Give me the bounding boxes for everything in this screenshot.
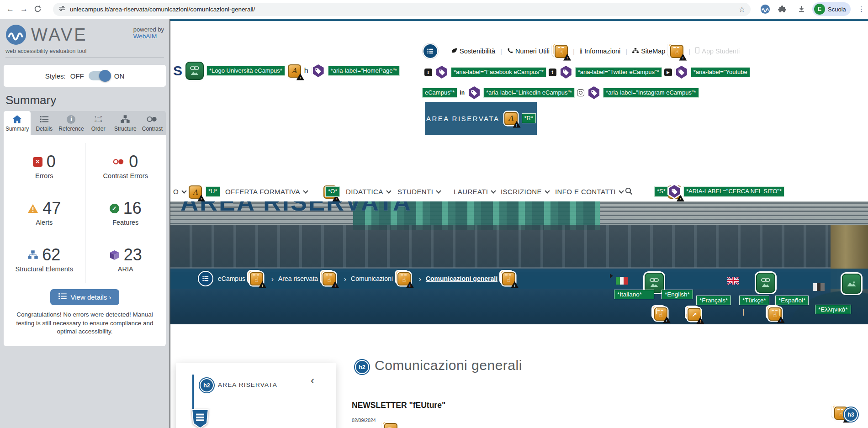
- tab-contrast[interactable]: Contrast: [139, 111, 166, 135]
- site-info-icon[interactable]: [58, 5, 65, 14]
- redundant-link-alert-icon[interactable]: ☝!: [670, 45, 683, 58]
- aria-label-tag-icon[interactable]: [435, 64, 449, 80]
- nav-item-info-contatti[interactable]: INFO E CONTATTI: [555, 188, 623, 196]
- sitemap-icon: [632, 47, 639, 55]
- current-language-marker: [610, 274, 613, 278]
- linked-image-icon[interactable]: [645, 273, 664, 293]
- bookmark-star-icon[interactable]: ☆: [739, 5, 745, 14]
- breadcrumb-link-comunicazioni[interactable]: Comunicazioni: [351, 275, 393, 282]
- alt-alert-icon[interactable]: A!: [288, 64, 301, 78]
- tab-order[interactable]: 1→2 3→4 Order: [85, 111, 112, 135]
- youtube-icon[interactable]: ▶: [664, 69, 672, 76]
- extensions-puzzle-icon[interactable]: [778, 5, 786, 16]
- accent-bar: [192, 375, 194, 411]
- h3-badge[interactable]: h3: [844, 407, 858, 422]
- utility-link-sitemap[interactable]: SiteMap: [632, 47, 665, 55]
- nav-item-studenti[interactable]: STUDENTI: [397, 188, 440, 196]
- redundant-link-alert-icon[interactable]: ☝!: [250, 272, 263, 285]
- redundant-link-alert-icon[interactable]: ☝!: [323, 272, 336, 285]
- summary-stats-card: ✕ 0 Errors 0 Contrast Errors: [4, 135, 166, 346]
- breadcrumb-link-ecampus[interactable]: eCampus: [218, 275, 245, 282]
- area-riservata-button[interactable]: AREA RISERVATA A! *R*: [425, 102, 537, 135]
- tab-details[interactable]: Details: [31, 111, 58, 135]
- redundant-link-alert-icon[interactable]: ☝!: [397, 272, 411, 285]
- nav-item-cut[interactable]: O: [173, 188, 186, 196]
- facebook-annotation: *aria-label="Facebook eCampus"*: [451, 68, 546, 77]
- instagram-icon[interactable]: [577, 89, 584, 96]
- styles-label: Styles:: [45, 72, 66, 80]
- nav-item-iscrizione[interactable]: ISCRIZIONE: [501, 188, 549, 196]
- tab-structure[interactable]: Structure: [112, 111, 139, 135]
- twitter-icon[interactable]: t: [549, 69, 556, 76]
- nav-element-shield-icon[interactable]: [191, 409, 209, 428]
- alert-triangle-icon: [27, 204, 38, 213]
- linked-image-icon[interactable]: [185, 62, 204, 80]
- menu-kebab-icon[interactable]: ⋮: [858, 4, 865, 15]
- wave-extension-icon[interactable]: [760, 4, 770, 17]
- aria-label-tag-icon[interactable]: [587, 85, 601, 100]
- info-circle-icon: i: [58, 114, 85, 124]
- alt-alert-icon[interactable]: A!: [189, 185, 202, 199]
- utility-link-numeri-utili[interactable]: Numeri Utili: [507, 47, 550, 55]
- h2-badge[interactable]: h2: [200, 378, 214, 392]
- profile-chip[interactable]: E Scuola: [812, 2, 851, 16]
- breadcrumb-current[interactable]: Comunicazioni generali: [426, 275, 498, 282]
- utility-link-sostenibilita[interactable]: Sostenibilità: [451, 47, 495, 55]
- wave-title: WAVE: [31, 24, 88, 45]
- order-icon: 1→2 3→4: [85, 114, 112, 124]
- lang-separator: |: [656, 306, 657, 314]
- linked-image-icon[interactable]: [756, 273, 775, 293]
- linkedin-icon[interactable]: in: [460, 90, 465, 96]
- webaim-link[interactable]: WebAIM: [133, 33, 157, 40]
- h2-badge[interactable]: h2: [355, 360, 369, 374]
- facebook-icon[interactable]: f: [424, 69, 432, 76]
- small-text-alert-icon[interactable]: Ts!: [384, 423, 397, 428]
- download-icon[interactable]: [798, 5, 805, 16]
- breadcrumb-link-area-riservata[interactable]: Area riservata: [278, 275, 318, 282]
- breadcrumb-home-icon[interactable]: [198, 271, 213, 286]
- utility-link-app-studenti[interactable]: App Studenti: [695, 47, 740, 55]
- flag-france[interactable]: [813, 283, 825, 291]
- view-details-button[interactable]: View details ›: [50, 289, 120, 305]
- forward-icon[interactable]: →: [20, 4, 28, 15]
- panel-section-title: Summary: [5, 93, 169, 107]
- section-menu-card: h2 AREA RISERVATA ‹: [176, 363, 336, 428]
- search-icon[interactable]: [625, 187, 633, 197]
- flag-uk[interactable]: [727, 277, 739, 285]
- tab-reference[interactable]: i Reference: [58, 111, 85, 135]
- s-annotation: *S*: [655, 187, 668, 196]
- alt-alert-icon[interactable]: A!: [504, 112, 518, 125]
- aria-label-tag-icon[interactable]: [312, 63, 325, 79]
- article-title[interactable]: NEWSLETTER "fEUture": [352, 401, 445, 410]
- flag-italy[interactable]: [616, 277, 628, 285]
- aria-label-tag-icon[interactable]: [467, 85, 481, 100]
- menu-title: AREA RISERVATA: [218, 381, 277, 388]
- nav-item-laureati[interactable]: LAUREATI: [454, 188, 495, 196]
- redundant-link-alert-icon[interactable]: ☝!: [502, 272, 515, 285]
- nav-item-offerta-formativa[interactable]: OFFERTA FORMATIVA: [225, 188, 307, 196]
- nav-item-didattica[interactable]: DIDATTICA: [346, 188, 391, 196]
- menu-toggler-icon[interactable]: [423, 43, 438, 59]
- new-window-alert-icon[interactable]: ↗!: [688, 308, 701, 321]
- aria-label-tag-icon[interactable]: [559, 64, 573, 80]
- back-icon[interactable]: ←: [6, 4, 14, 15]
- image-icon[interactable]: [842, 274, 861, 294]
- url-bar[interactable]: uniecampus.it/area-riservata/comunicazio…: [53, 3, 751, 16]
- lang-label-ellinika: *Ελληνικά*: [815, 305, 851, 314]
- powered-by-text: powered by: [133, 26, 164, 33]
- hero-image: [170, 200, 868, 324]
- utility-link-informazioni[interactable]: i Informazioni: [580, 48, 620, 55]
- linkedin-annotation: *aria-label="Linkedin eCampus"*: [484, 88, 574, 98]
- page-title: Comunicazioni generali: [375, 358, 522, 373]
- profile-avatar: E: [814, 4, 825, 15]
- styles-toggle[interactable]: [89, 71, 110, 80]
- aria-label-tag-icon[interactable]: [675, 64, 688, 80]
- collapse-chevron[interactable]: ‹: [311, 374, 314, 387]
- reload-icon[interactable]: [34, 5, 42, 16]
- stat-errors: ✕ 0 Errors: [4, 143, 85, 190]
- tab-summary[interactable]: Summary: [4, 111, 31, 135]
- stat-features: ✓ 16 Features: [85, 190, 166, 236]
- redundant-link-alert-icon[interactable]: ☝!: [555, 45, 568, 58]
- leaf-icon: [451, 47, 457, 55]
- search-aria-annotation: *ARIA-LABEL="CERCA NEL SITO"*: [684, 187, 784, 196]
